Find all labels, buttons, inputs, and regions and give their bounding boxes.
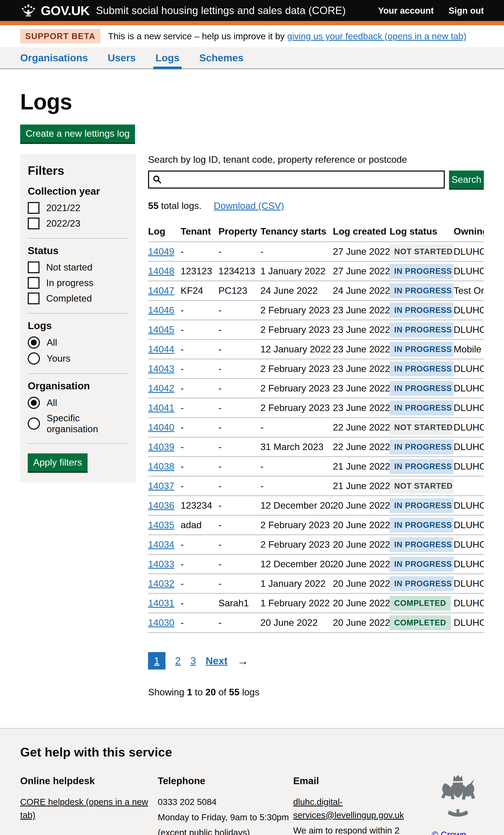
filters-divider — [28, 238, 128, 239]
beta-banner: SUPPORT BETA This is a new service – hel… — [0, 25, 504, 47]
govuk-header: GOV.UK Submit social housing lettings an… — [0, 0, 504, 21]
log-id-link[interactable]: 14046 — [148, 305, 174, 315]
log-created-cell: 22 June 2022 — [333, 437, 389, 457]
owning-org-cell: DLUHC Tes — [453, 320, 484, 340]
checkbox-label: Completed — [46, 293, 92, 304]
checkbox-label: 2022/23 — [46, 218, 80, 229]
feedback-link[interactable]: giving us your feedback (opens in a new … — [287, 31, 466, 41]
owning-org-cell: DLUHC Tes — [453, 593, 484, 613]
log-id-link[interactable]: 14038 — [148, 461, 174, 472]
log-id-link[interactable]: 14040 — [148, 422, 174, 433]
status-badge: IN PROGRESS — [389, 537, 453, 552]
radio-logs-yours[interactable] — [28, 352, 40, 365]
table-row: 14043 - - 2 February 2023 23 June 2022 I… — [148, 359, 484, 379]
service-name[interactable]: Submit social housing lettings and sales… — [96, 4, 346, 17]
search-button[interactable]: Search — [449, 170, 484, 189]
log-created-cell: 23 June 2022 — [333, 398, 389, 418]
table-row: 14032 - - 1 January 2022 20 June 2022 IN… — [148, 574, 484, 593]
table-row: 14048 123123 1234213 1 January 2022 27 J… — [148, 262, 484, 281]
showing-total: 55 — [229, 687, 239, 697]
create-lettings-log-button[interactable]: Create a new lettings log — [20, 124, 135, 143]
table-row: 14035 adad - 2 February 2023 20 June 202… — [148, 515, 484, 535]
log-id-link[interactable]: 14041 — [148, 402, 174, 413]
log-created-cell: 23 June 2022 — [333, 301, 389, 320]
table-row: 14038 - - - 21 June 2022 IN PROGRESS DLU… — [148, 457, 484, 476]
download-csv-link[interactable]: Download (CSV) — [214, 200, 284, 211]
header-accent-bar — [0, 21, 504, 25]
logs-heading: Logs — [28, 320, 128, 331]
nav-item-logs[interactable]: Logs — [155, 47, 180, 68]
log-id-link[interactable]: 14043 — [148, 363, 174, 374]
status-badge: IN PROGRESS — [389, 362, 453, 376]
tenancy-starts-cell: 1 February 2022 — [260, 593, 333, 613]
checkbox-completed[interactable] — [28, 292, 39, 304]
log-created-cell: 20 June 2022 — [333, 554, 389, 574]
showing-suffix: logs — [242, 687, 260, 697]
log-id-link[interactable]: 14037 — [148, 481, 174, 491]
right-arrow-icon: → — [237, 654, 248, 667]
nav-item-schemes[interactable]: Schemes — [199, 47, 244, 68]
search-input[interactable] — [162, 171, 444, 187]
email-link[interactable]: dluhc.digital-services@levellingup.gov.u… — [293, 797, 404, 820]
main-content: Logs Create a new lettings log Filters C… — [0, 89, 504, 728]
col-header-log-status: Log status — [389, 223, 453, 242]
log-id-link[interactable]: 14039 — [148, 442, 174, 452]
footer: Get help with this service Online helpde… — [0, 728, 504, 835]
log-created-cell: 20 June 2022 — [333, 535, 389, 554]
property-cell: - — [218, 242, 260, 262]
log-id-link[interactable]: 14047 — [148, 285, 174, 296]
checkbox-2021-22[interactable] — [28, 202, 39, 214]
page-title: Logs — [20, 89, 484, 115]
log-created-cell: 20 June 2022 — [333, 613, 389, 633]
logs-table: Log Tenant Property Tenancy starts Log c… — [148, 223, 484, 633]
property-cell: - — [218, 301, 260, 320]
radio-organisation-all[interactable] — [28, 397, 40, 409]
checkbox-in-progress[interactable] — [28, 277, 39, 289]
log-id-link[interactable]: 14032 — [148, 578, 174, 589]
apply-filters-button[interactable]: Apply filters — [28, 453, 87, 471]
radio-organisation-specific[interactable] — [28, 418, 40, 430]
filters-divider — [28, 373, 128, 374]
log-id-link[interactable]: 14044 — [148, 344, 174, 354]
core-helpdesk-link[interactable]: CORE helpdesk (opens in a new tab) — [20, 797, 148, 820]
pagination-page-3[interactable]: 3 — [190, 655, 196, 667]
filter-group-logs: Logs All Yours — [28, 320, 128, 365]
crown-copyright-link[interactable]: © Crown copyright — [432, 830, 484, 835]
log-id-link[interactable]: 14033 — [148, 558, 174, 569]
checkbox-not-started[interactable] — [28, 262, 39, 273]
log-created-cell: 20 June 2022 — [333, 515, 389, 535]
radio-logs-all[interactable] — [28, 337, 40, 349]
log-id-link[interactable]: 14036 — [148, 500, 174, 511]
nav-item-organisations[interactable]: Organisations — [20, 47, 88, 68]
pagination-page-2[interactable]: 2 — [175, 655, 181, 667]
tenancy-starts-cell: 2 February 2023 — [260, 398, 333, 418]
log-id-link[interactable]: 14034 — [148, 539, 174, 550]
govuk-logo[interactable]: GOV.UK Submit social housing lettings an… — [20, 3, 346, 18]
log-id-link[interactable]: 14035 — [148, 520, 174, 530]
tenant-cell: - — [181, 535, 218, 554]
your-account-link[interactable]: Your account — [378, 6, 434, 16]
tenant-cell: - — [181, 574, 218, 593]
log-id-link[interactable]: 14042 — [148, 383, 174, 393]
tenancy-starts-cell: 20 June 2022 — [260, 613, 333, 633]
pagination-next-link[interactable]: Next — [206, 655, 227, 667]
tenant-cell: - — [181, 476, 218, 496]
tenant-cell: - — [181, 340, 218, 359]
sign-out-link[interactable]: Sign out — [448, 6, 484, 16]
filter-group-status: Status Not started In progress Completed — [28, 245, 128, 304]
log-id-link[interactable]: 14030 — [148, 617, 174, 628]
tenant-cell: adad — [181, 515, 218, 535]
total-logs-count: 55 — [148, 200, 159, 211]
log-id-link[interactable]: 14048 — [148, 266, 174, 277]
log-id-link[interactable]: 14045 — [148, 324, 174, 335]
log-id-link[interactable]: 14031 — [148, 598, 174, 608]
tenant-cell: - — [181, 418, 218, 437]
checkbox-2022-23[interactable] — [28, 218, 39, 229]
log-created-cell: 24 June 2022 — [333, 281, 389, 301]
property-cell: - — [218, 379, 260, 398]
owning-org-cell: DLUHC Tes — [453, 359, 484, 379]
log-id-link[interactable]: 14049 — [148, 246, 174, 257]
filters-divider — [28, 443, 128, 444]
nav-item-users[interactable]: Users — [108, 47, 136, 68]
status-badge: IN PROGRESS — [389, 342, 453, 357]
